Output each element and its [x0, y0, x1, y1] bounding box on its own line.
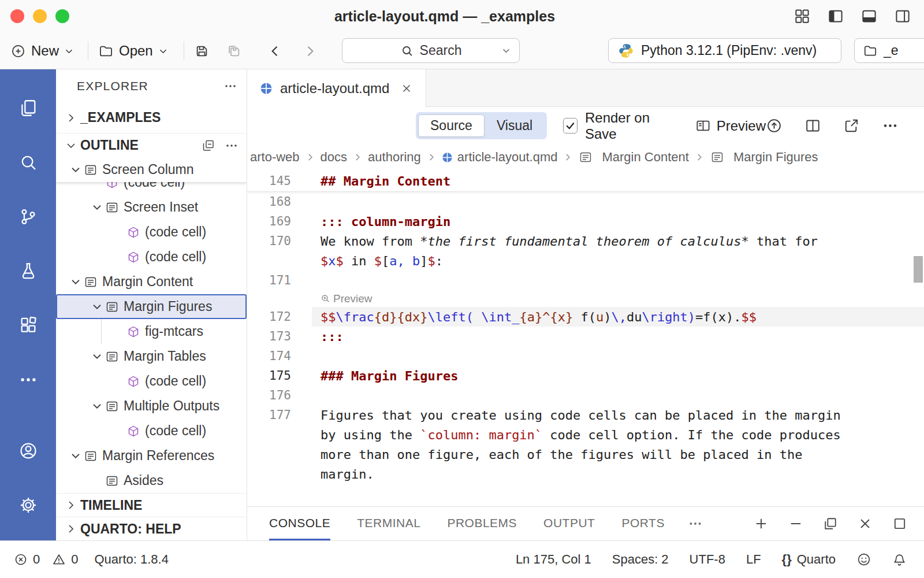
breadcrumb-margin-figures[interactable]: Margin Figures	[710, 150, 818, 165]
editor-tab-article-layout[interactable]: article-layout.qmd	[247, 69, 426, 108]
outline-item-code-cell[interactable]: (code cell)	[56, 220, 247, 244]
code-line-wrap[interactable]: $x$ in $[a, b]$:	[247, 251, 924, 271]
quarto-version-status[interactable]: Quarto: 1.8.4	[95, 552, 169, 567]
open-button[interactable]: Open	[98, 39, 168, 62]
render-on-save-checkbox[interactable]: Render on Save	[563, 110, 677, 142]
language-mode-status[interactable]: {} Quarto	[782, 552, 836, 567]
explorer-section-examples[interactable]: _EXAMPLES	[56, 102, 247, 133]
code-line-176[interactable]: 176	[247, 386, 924, 405]
publish-button[interactable]	[766, 117, 783, 134]
close-window-button[interactable]	[10, 9, 24, 23]
panel-tab-terminal[interactable]: TERMINAL	[357, 507, 420, 540]
new-button[interactable]: New	[10, 39, 74, 62]
panel-tab-output[interactable]: OUTPUT	[543, 507, 595, 540]
quarto-help-section[interactable]: QUARTO: HELP	[56, 517, 247, 540]
minimize-window-button[interactable]	[33, 9, 47, 23]
eol-status[interactable]: LF	[746, 552, 761, 567]
outline-item-code-cell[interactable]: (code cell)	[56, 182, 247, 195]
panel-maximize-button[interactable]	[892, 516, 908, 532]
navigate-back-button[interactable]	[267, 39, 284, 62]
outline-item-multiple-outputs[interactable]: Multiple Outputs	[56, 394, 247, 418]
collapse-all-icon[interactable]	[202, 139, 215, 153]
save-button[interactable]	[194, 39, 210, 62]
workspace-button[interactable]: _e	[854, 38, 924, 63]
outline-item-margin-content[interactable]: Margin Content	[56, 269, 247, 294]
breadcrumb-article-layout-qmd[interactable]: article-layout.qmd	[442, 150, 558, 165]
outline-item-code-cell[interactable]: (code cell)	[56, 244, 247, 269]
panel-close-button[interactable]	[857, 516, 873, 532]
activity-extensions-button[interactable]	[0, 298, 56, 353]
code-line-wrap[interactable]: by using the `column: margin` code cell …	[247, 425, 924, 444]
outline-item-fig-mtcars[interactable]: fig-mtcars	[56, 319, 247, 344]
code-editor[interactable]: 145## Margin Content168169::: column-mar…	[247, 171, 924, 506]
panel-tab-problems[interactable]: PROBLEMS	[447, 507, 517, 540]
zoom-window-button[interactable]	[55, 9, 69, 23]
outline-item-code-cell[interactable]: (code cell)	[56, 369, 247, 394]
notifications-button[interactable]	[892, 553, 907, 567]
outline-item-margin-references[interactable]: Margin References	[56, 443, 247, 468]
navigate-forward-button[interactable]	[301, 39, 318, 62]
panel-tab-console[interactable]: CONSOLE	[269, 507, 330, 540]
activity-search-button[interactable]	[0, 135, 56, 190]
explorer-more-actions-button[interactable]	[223, 79, 237, 93]
panel-add-button[interactable]	[753, 516, 769, 532]
cursor-position-status[interactable]: Ln 175, Col 1	[516, 552, 591, 567]
toggle-secondary-sidebar-icon[interactable]	[894, 8, 911, 25]
feedback-button[interactable]	[856, 552, 871, 567]
outline-item-screen-inset[interactable]: Screen Inset	[56, 195, 247, 220]
toggle-panel-icon[interactable]	[860, 8, 878, 25]
timeline-section[interactable]: TIMELINE	[56, 493, 247, 517]
open-external-button[interactable]	[843, 117, 860, 134]
sticky-scroll-line[interactable]: 145## Margin Content	[247, 171, 924, 192]
activity-account-button[interactable]	[0, 424, 56, 478]
editor-scrollbar[interactable]	[914, 256, 923, 283]
visual-mode-button[interactable]: Visual	[485, 114, 545, 137]
outline-item-code-cell[interactable]: (code cell)	[56, 418, 247, 443]
save-all-button[interactable]	[226, 39, 242, 62]
indentation-status[interactable]: Spaces: 2	[612, 552, 669, 567]
code-line-175[interactable]: 175### Margin Figures	[247, 366, 924, 386]
codelens-preview[interactable]: Preview	[247, 290, 924, 307]
code-line-173[interactable]: 173:::	[247, 327, 924, 346]
close-tab-button[interactable]	[400, 82, 413, 95]
interpreter-selector[interactable]: Python 3.12.1 (PipEnv: .venv)	[608, 38, 841, 63]
editor-more-actions-button[interactable]	[882, 117, 899, 134]
breadcrumb-arto-web[interactable]: arto-web	[250, 150, 300, 165]
panel-tab-ports[interactable]: PORTS	[621, 507, 664, 540]
code-line-177[interactable]: 177Figures that you create using code ce…	[247, 405, 924, 425]
code-line-168[interactable]: 168	[247, 192, 924, 212]
outline-item-screen-column[interactable]: Screen Column	[56, 157, 247, 182]
encoding-status[interactable]: UTF-8	[690, 552, 725, 567]
code-line-169[interactable]: 169::: column-margin	[247, 212, 924, 231]
outline-section-header[interactable]: OUTLINE	[56, 133, 247, 157]
panel-minimize-button[interactable]	[788, 516, 804, 532]
panel-more-actions-button[interactable]	[688, 507, 703, 540]
search-box[interactable]: Search	[342, 38, 520, 63]
code-line-172[interactable]: 172$$\frac{d}{dx}\left( \int_{a}^{x} f(u…	[247, 307, 924, 327]
source-mode-button[interactable]: Source	[418, 114, 485, 137]
problems-status[interactable]: 0 0	[14, 552, 79, 567]
heading-symbol-icon	[84, 164, 97, 176]
panel-restore-button[interactable]	[822, 516, 839, 532]
split-editor-button[interactable]	[804, 117, 821, 134]
customize-layout-icon[interactable]	[793, 8, 811, 25]
outline-item-asides[interactable]: Asides	[56, 468, 247, 493]
outline-more-actions-button[interactable]	[225, 139, 239, 153]
toggle-primary-sidebar-icon[interactable]	[827, 8, 844, 25]
activity-settings-button[interactable]	[0, 478, 56, 532]
breadcrumb-authoring[interactable]: authoring	[368, 150, 421, 165]
activity-source-control-button[interactable]	[0, 190, 56, 244]
code-line-wrap[interactable]: more than one figure, each of the figure…	[247, 444, 924, 464]
activity-sessions-button[interactable]	[0, 244, 56, 298]
code-line-wrap[interactable]: margin.	[247, 464, 924, 484]
code-line-170[interactable]: 170We know from *the first fundamental t…	[247, 231, 924, 251]
preview-button[interactable]: Preview	[695, 118, 766, 134]
code-line-171[interactable]: 171	[247, 271, 924, 290]
breadcrumb-docs[interactable]: docs	[321, 150, 347, 165]
breadcrumb-margin-content[interactable]: Margin Content	[578, 150, 688, 165]
activity-more-button[interactable]	[0, 353, 56, 407]
outline-item-margin-figures[interactable]: Margin Figures	[56, 294, 247, 319]
code-line-174[interactable]: 174	[247, 346, 924, 366]
outline-item-margin-tables[interactable]: Margin Tables	[56, 344, 247, 369]
activity-explorer-button[interactable]	[0, 81, 56, 135]
